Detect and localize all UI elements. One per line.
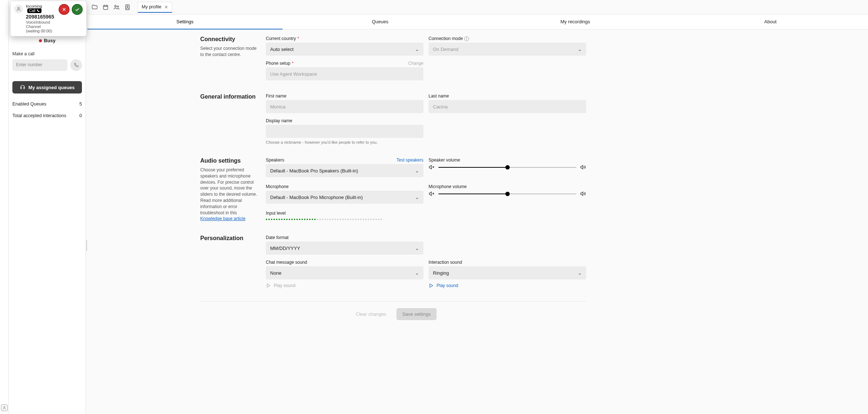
svg-point-3 xyxy=(115,5,117,7)
interaction-sound-select[interactable]: Ringing ⌄ xyxy=(429,266,586,279)
pane-splitter[interactable] xyxy=(86,0,87,414)
accepted-value: 0 xyxy=(79,113,82,118)
status-text: Busy xyxy=(44,38,56,43)
chat-sound-select[interactable]: None ⌄ xyxy=(266,266,423,279)
volume-high-icon[interactable] xyxy=(580,191,586,197)
subtab-settings[interactable]: Settings xyxy=(87,15,283,29)
connectivity-title: Connectivity xyxy=(200,36,259,43)
phone-label: Phone setup xyxy=(266,61,290,66)
make-call-label: Make a call xyxy=(12,51,82,56)
profile-card-icon[interactable] xyxy=(124,4,131,11)
save-settings-button[interactable]: Save settings xyxy=(396,308,437,320)
enabled-queues-label: Enabled Queues xyxy=(12,101,46,107)
display-name-input[interactable] xyxy=(266,125,423,138)
first-name-input[interactable]: Monica xyxy=(266,100,423,113)
volume-high-icon[interactable] xyxy=(580,164,586,170)
my-queues-button[interactable]: My assigned queues xyxy=(12,81,82,93)
mic-vol-label: Microphone volume xyxy=(429,184,586,189)
svg-point-6 xyxy=(127,5,128,7)
phone-change-link[interactable]: Change xyxy=(408,61,423,66)
speaker-volume-slider[interactable] xyxy=(438,167,576,168)
sidebar-rail xyxy=(0,0,9,414)
subtab-recordings[interactable]: My recordings xyxy=(478,15,673,29)
mic-label: Microphone xyxy=(266,184,423,189)
close-tab-icon[interactable]: ✕ xyxy=(164,4,168,10)
folder-icon[interactable] xyxy=(91,4,98,11)
profile-rail-icon[interactable] xyxy=(1,405,8,411)
topbar: My profile ✕ xyxy=(87,0,868,15)
phone-setup-field: Use Agent Workspace xyxy=(266,67,423,80)
incoming-call-card: Incoming Call 2098165965 VoiceInbound Ch… xyxy=(10,1,87,36)
enabled-queues-value: 5 xyxy=(79,101,82,107)
input-level-label: Input level xyxy=(266,211,586,216)
speakers-label: Speakers xyxy=(266,158,284,163)
connectivity-desc: Select your connection mode to the conta… xyxy=(200,45,259,58)
enter-number-input[interactable]: Enter number xyxy=(12,59,67,71)
play-interaction-sound[interactable]: Play sound xyxy=(429,283,586,288)
chevron-down-icon: ⌄ xyxy=(415,168,419,174)
chevron-down-icon: ⌄ xyxy=(415,246,419,251)
subtab-queues[interactable]: Queues xyxy=(283,15,478,29)
audio-desc: Choose your preferred speakers and micro… xyxy=(200,167,259,222)
dial-button[interactable] xyxy=(70,59,82,71)
speakers-select[interactable]: Default - MacBook Pro Speakers (Built-in… xyxy=(266,164,423,177)
calendar-icon[interactable] xyxy=(102,4,109,11)
incoming-number: 2098165965 xyxy=(26,14,56,20)
country-select[interactable]: Auto select ⌄ xyxy=(266,43,423,56)
country-label: Current country xyxy=(266,36,296,41)
last-name-input[interactable]: Cacina xyxy=(429,100,586,113)
incoming-channel: VoiceInbound Channel xyxy=(26,20,56,29)
svg-point-1 xyxy=(18,7,20,9)
agent-status[interactable]: Busy xyxy=(12,38,82,43)
volume-mute-icon[interactable] xyxy=(429,191,435,197)
call-badge: Call xyxy=(27,8,42,13)
input-level-meter xyxy=(266,219,586,220)
accept-call-button[interactable] xyxy=(72,4,83,15)
svg-point-0 xyxy=(4,406,5,408)
svg-rect-2 xyxy=(103,5,108,9)
chevron-down-icon: ⌄ xyxy=(578,47,582,52)
divider xyxy=(200,301,586,302)
chevron-down-icon: ⌄ xyxy=(415,47,419,52)
kb-link[interactable]: Knowledge base article xyxy=(200,216,245,221)
display-name-help: Choose a nickname - however you'd like p… xyxy=(266,140,423,144)
mic-volume-slider[interactable] xyxy=(438,194,576,194)
play-chat-sound: Play sound xyxy=(266,283,423,288)
date-format-label: Date format xyxy=(266,235,423,240)
status-dot-busy-icon xyxy=(39,39,42,42)
avatar-icon xyxy=(14,5,23,13)
display-name-label: Display name xyxy=(266,118,423,123)
general-title: General information xyxy=(200,93,259,100)
volume-mute-icon[interactable] xyxy=(429,164,435,170)
decline-call-button[interactable] xyxy=(59,4,70,15)
people-icon[interactable] xyxy=(113,4,120,11)
incoming-label: Incoming xyxy=(26,4,42,8)
info-icon[interactable]: i xyxy=(464,36,469,41)
first-name-label: First name xyxy=(266,93,423,99)
tab-my-profile[interactable]: My profile ✕ xyxy=(138,2,172,13)
last-name-label: Last name xyxy=(429,93,586,99)
mic-select[interactable]: Default - MacBook Pro Microphone (Built-… xyxy=(266,191,423,204)
subtab-about[interactable]: About xyxy=(673,15,868,29)
mode-label: Connection mode xyxy=(429,36,463,41)
chevron-down-icon: ⌄ xyxy=(415,195,419,200)
personalization-title: Personalization xyxy=(200,235,259,242)
incoming-wait: (waiting 00:00) xyxy=(26,29,56,33)
mode-select[interactable]: On Demand ⌄ xyxy=(429,43,586,56)
audio-title: Audio settings xyxy=(200,158,259,164)
date-format-select[interactable]: MM/DD/YYYY ⌄ xyxy=(266,242,423,255)
accepted-label: Total accepted interactions xyxy=(12,113,66,118)
sidebar: Incoming Call 2098165965 VoiceInbound Ch… xyxy=(9,0,86,414)
test-speakers-link[interactable]: Test speakers xyxy=(396,158,423,163)
chat-sound-label: Chat message sound xyxy=(266,260,423,265)
clear-changes-button[interactable]: Clear changes xyxy=(350,308,392,320)
svg-point-4 xyxy=(117,5,119,7)
chevron-down-icon: ⌄ xyxy=(578,270,582,276)
interaction-sound-label: Interaction sound xyxy=(429,260,586,265)
speaker-vol-label: Speaker volume xyxy=(429,158,586,163)
chevron-down-icon: ⌄ xyxy=(415,270,419,276)
subtabs: Settings Queues My recordings About xyxy=(87,15,868,29)
